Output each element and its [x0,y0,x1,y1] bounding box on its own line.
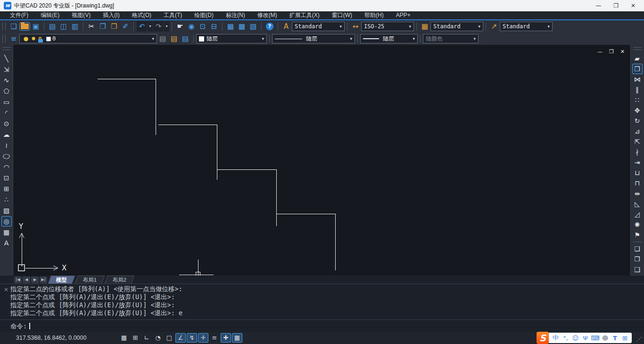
menu-insert[interactable]: 插入(I) [97,11,125,19]
grid-toggle[interactable]: ⊞ [130,333,140,343]
redo-dropdown-caret[interactable]: ▾ [164,21,169,32]
menu-file[interactable]: 文件(F) [4,11,34,19]
paste-button[interactable]: ❒ [109,21,119,32]
linetype-combo[interactable]: 随层 ▾ [272,34,355,43]
ime-keyboard-icon[interactable]: ⌨ [590,335,600,342]
polar-toggle[interactable]: ◔ [153,333,163,343]
menu-dimension[interactable]: 标注(N) [220,11,251,19]
format-painter-button[interactable]: ✐ [120,21,131,32]
ime-toolbox-icon[interactable]: ⊞ [620,335,630,342]
draw-order-under-button[interactable]: ❑ [632,264,643,275]
make-object-layer-current-button[interactable]: ▤ [169,34,179,44]
layer-combo[interactable]: ●✹■ 0 ▾ [19,34,157,43]
fillet-button[interactable]: ◿ [632,209,643,219]
mtext-button[interactable]: A [1,238,12,248]
properties-palette-button[interactable]: ▦ [225,21,236,32]
construction-line-button[interactable]: ⇲ [1,64,12,75]
text-style-combo[interactable]: Standard ▾ [292,22,345,31]
tab-first-button[interactable]: |◀ [14,277,22,283]
hatch-button[interactable]: ▨ [1,205,12,216]
stretch-button[interactable]: ⇱ [632,136,643,147]
toolbar-grip[interactable] [2,47,11,50]
toolbar-grip[interactable] [633,47,642,50]
ime-account-icon[interactable]: ☻ [600,335,610,342]
command-input[interactable]: 命令: [0,320,644,331]
ellipse-button[interactable]: ◯ [1,153,12,160]
make-block-button[interactable]: ⊞ [1,184,12,194]
menu-format[interactable]: 格式(O) [126,11,157,19]
ime-emoji-icon[interactable]: ☺ [570,335,580,342]
new-file-button[interactable]: ❏ [8,21,19,32]
join-button[interactable]: ⇹ [632,188,643,199]
command-close-icon[interactable]: ✕ [4,286,8,293]
draw-order-back-button[interactable]: ❐ [632,254,643,264]
print-button[interactable]: ▤ [47,21,58,32]
tab-next-button[interactable]: ▶ [31,277,39,283]
design-center-button[interactable]: ▩ [237,21,247,32]
undo-dropdown-caret[interactable]: ▾ [148,21,153,32]
annotation-scale-toggle[interactable]: ▦ [232,333,242,343]
document-restore-button[interactable]: ❐ [609,49,614,55]
menu-tools[interactable]: 工具(T) [157,11,188,19]
scale-button[interactable]: ⊿ [632,126,643,136]
help-button[interactable]: ? [266,23,273,30]
polygon-button[interactable]: ⬠ [1,86,12,96]
rotate-button[interactable]: ↻ [632,116,643,126]
menu-view[interactable]: 视图(V) [66,11,97,19]
table-button[interactable]: ▦ [1,227,12,237]
offset-button[interactable]: ∥ [632,84,643,95]
pan-button[interactable]: ☛ [175,21,185,32]
circle-button[interactable]: ⊙ [1,118,12,129]
extend-button[interactable]: ⇥ [632,157,643,168]
menu-express-tools[interactable]: 扩展工具(X) [283,11,326,19]
print-preview-button[interactable]: ◫ [58,21,69,32]
window-close-button[interactable]: ✕ [631,2,636,9]
cut-button[interactable]: ✂ [86,21,97,32]
zoom-realtime-button[interactable]: ◉ [186,21,197,32]
resize-grip-icon[interactable]: ⋰ [636,336,642,343]
menu-edit[interactable]: 编辑(E) [34,11,66,19]
lineweight-toggle[interactable]: ≡ [209,333,220,343]
document-close-button[interactable]: ✕ [620,49,625,55]
tab-prev-button[interactable]: ◀ [23,277,30,283]
ime-lang-icon[interactable]: 中 [551,334,561,342]
line-button[interactable]: ╲ [1,53,12,64]
window-minimize-button[interactable]: — [595,2,601,9]
menu-window[interactable]: 窗口(W) [326,11,358,19]
draw-order-front-button[interactable]: ❏ [632,243,643,254]
rectangle-button[interactable]: ▭ [1,97,12,107]
window-restore-button[interactable]: ❐ [613,2,619,9]
layer-on-icon[interactable]: ● [22,35,30,42]
trim-button[interactable]: ∤ [632,147,643,157]
layer-manager-button[interactable]: ≡ [8,34,19,44]
menu-modify[interactable]: 修改(M) [251,11,283,19]
tab-model[interactable]: 模型 [48,276,75,284]
arc-button[interactable]: ◜ [1,108,12,118]
point-button[interactable]: ∴ [1,194,12,205]
copy-button[interactable]: ❐ [98,21,108,32]
layer-lock-icon[interactable] [38,39,43,42]
ellipse-arc-button[interactable]: ◠ [1,162,12,172]
drawing-area[interactable]: YX — ❐ ✕ [13,45,630,276]
menu-help[interactable]: 帮助(H) [358,11,390,19]
polyline-button[interactable]: ∿ [1,75,12,85]
document-minimize-button[interactable]: — [597,49,603,55]
ime-punctuation-icon[interactable]: °, [561,335,570,342]
menu-draw[interactable]: 绘图(D) [188,11,220,19]
table-style-combo[interactable]: Standard ▾ [430,22,483,31]
color-combo[interactable]: 随层 ▾ [196,34,267,43]
revision-cloud-button[interactable]: ☁ [1,129,12,140]
plot-button[interactable]: ▥ [70,21,80,32]
sogou-logo-icon[interactable]: S [537,332,549,344]
break-at-point-button[interactable]: ⊔ [632,168,643,178]
save-button[interactable]: ▣ [31,21,41,32]
erase-button[interactable]: ▰ [632,53,643,64]
mirror-button[interactable]: ⋈ [632,74,643,84]
osnap-toggle[interactable]: ∠ [175,333,186,343]
layer-states-button[interactable]: ▤ [157,34,168,44]
ime-skin-icon[interactable]: T [610,335,620,342]
block-editor-button[interactable]: ⚑ [632,230,643,240]
dynamic-ucs-toggle[interactable]: ✚ [221,333,231,343]
break-button[interactable]: ⊓ [632,178,643,188]
dynamic-input-toggle[interactable]: ✛ [198,333,208,343]
